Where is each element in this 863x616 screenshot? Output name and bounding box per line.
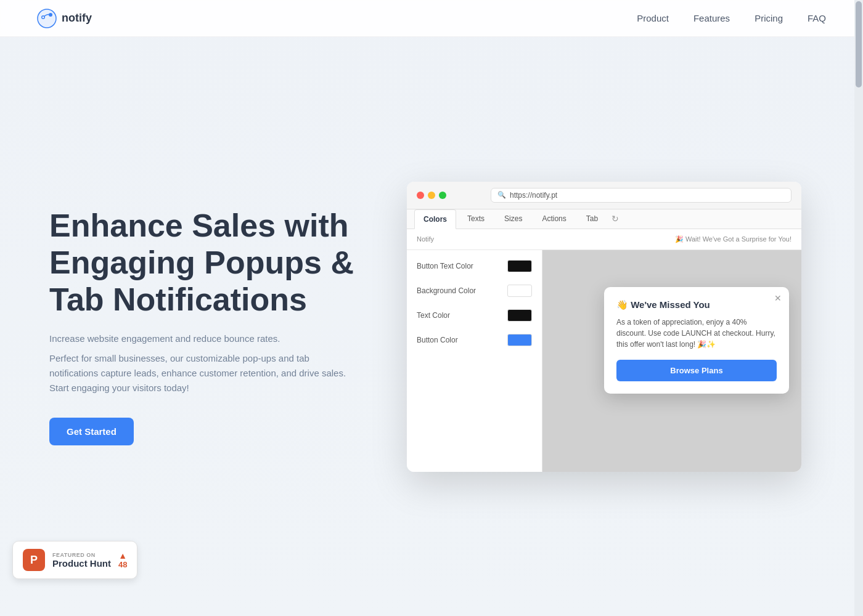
logo-text: notify xyxy=(62,12,92,25)
ph-name-label: Product Hunt xyxy=(52,558,111,569)
refresh-icon[interactable]: ↻ xyxy=(611,214,619,224)
hero-description: Perfect for small businesses, our custom… xyxy=(49,351,358,395)
tab-tab[interactable]: Tab xyxy=(578,209,607,228)
product-hunt-logo: P xyxy=(23,549,45,571)
svg-point-3 xyxy=(43,16,44,18)
hero-section: Enhance Sales with Engaging Popups & Tab… xyxy=(0,0,863,616)
browser-url-bar[interactable]: 🔍 https://notify.pt xyxy=(491,188,791,203)
color-row-button: Button Color xyxy=(417,334,532,346)
ph-featured-label: FEATURED ON xyxy=(52,552,111,558)
color-label-button: Button Color xyxy=(417,336,458,344)
logo-icon xyxy=(37,9,57,28)
hero-content: Enhance Sales with Engaging Popups & Tab… xyxy=(49,182,814,472)
ph-upvote-icon: ▲ xyxy=(118,551,127,560)
url-text: https://notify.pt xyxy=(510,191,557,200)
scrollbar-thumb[interactable] xyxy=(856,1,862,87)
page-tab-notify: Notify xyxy=(417,235,434,243)
color-swatch-button[interactable] xyxy=(507,334,532,346)
color-label-background: Background Color xyxy=(417,286,476,295)
popup-close-icon[interactable]: ✕ xyxy=(774,293,782,303)
product-hunt-text: FEATURED ON Product Hunt xyxy=(52,552,111,569)
logo[interactable]: notify xyxy=(37,9,92,28)
browser-body: Button Text Color Background Color Text … xyxy=(407,250,801,472)
hero-title: Enhance Sales with Engaging Popups & Tab… xyxy=(49,208,358,318)
color-swatch-text[interactable] xyxy=(507,309,532,322)
tab-colors[interactable]: Colors xyxy=(414,209,456,229)
page-tab-surprise: 🎉 Wait! We've Got a Surprise for You! xyxy=(675,235,791,243)
notification-popup: ✕ 👋 We've Missed You As a token of appre… xyxy=(604,287,789,394)
color-row-button-text: Button Text Color xyxy=(417,260,532,272)
nav-product[interactable]: Product xyxy=(637,13,669,23)
tab-texts[interactable]: Texts xyxy=(459,209,493,228)
color-row-background: Background Color xyxy=(417,285,532,297)
editor-tabs-bar: Colors Texts Sizes Actions Tab ↻ xyxy=(407,209,801,229)
nav-features[interactable]: Features xyxy=(693,13,730,23)
hero-right: 🔍 https://notify.pt Colors Texts Sizes A… xyxy=(395,182,814,472)
page-content-bar: Notify 🎉 Wait! We've Got a Surprise for … xyxy=(407,229,801,250)
dot-yellow xyxy=(428,192,435,199)
color-panel: Button Text Color Background Color Text … xyxy=(407,250,542,472)
ph-vote-count: 48 xyxy=(118,560,127,569)
product-hunt-badge[interactable]: P FEATURED ON Product Hunt ▲ 48 xyxy=(12,541,137,579)
browser-dots xyxy=(417,192,446,199)
hero-subtitle: Increase website engagement and reduce b… xyxy=(49,333,358,344)
tab-actions[interactable]: Actions xyxy=(533,209,575,228)
product-hunt-votes: ▲ 48 xyxy=(118,551,127,569)
color-row-text: Text Color xyxy=(417,309,532,322)
nav-pricing[interactable]: Pricing xyxy=(755,13,783,23)
browser-bar: 🔍 https://notify.pt xyxy=(407,182,801,209)
navbar: notify Product Features Pricing FAQ xyxy=(0,0,863,37)
color-label-text: Text Color xyxy=(417,311,450,320)
browser-mockup: 🔍 https://notify.pt Colors Texts Sizes A… xyxy=(407,182,801,472)
dot-red xyxy=(417,192,424,199)
nav-faq[interactable]: FAQ xyxy=(808,13,826,23)
color-swatch-background[interactable] xyxy=(507,285,532,297)
color-swatch-button-text[interactable] xyxy=(507,260,532,272)
nav-links: Product Features Pricing FAQ xyxy=(637,13,826,24)
dot-green xyxy=(439,192,446,199)
preview-panel: ✕ 👋 We've Missed You As a token of appre… xyxy=(542,250,801,472)
hero-left: Enhance Sales with Engaging Popups & Tab… xyxy=(49,208,358,445)
popup-title: 👋 We've Missed You xyxy=(616,299,777,310)
color-label-button-text: Button Text Color xyxy=(417,262,473,270)
svg-point-0 xyxy=(38,9,56,28)
scrollbar[interactable] xyxy=(854,0,863,616)
browse-plans-button[interactable]: Browse Plans xyxy=(616,360,777,381)
get-started-button[interactable]: Get Started xyxy=(49,418,134,445)
popup-body: As a token of appreciation, enjoy a 40% … xyxy=(616,317,777,350)
tab-sizes[interactable]: Sizes xyxy=(496,209,531,228)
